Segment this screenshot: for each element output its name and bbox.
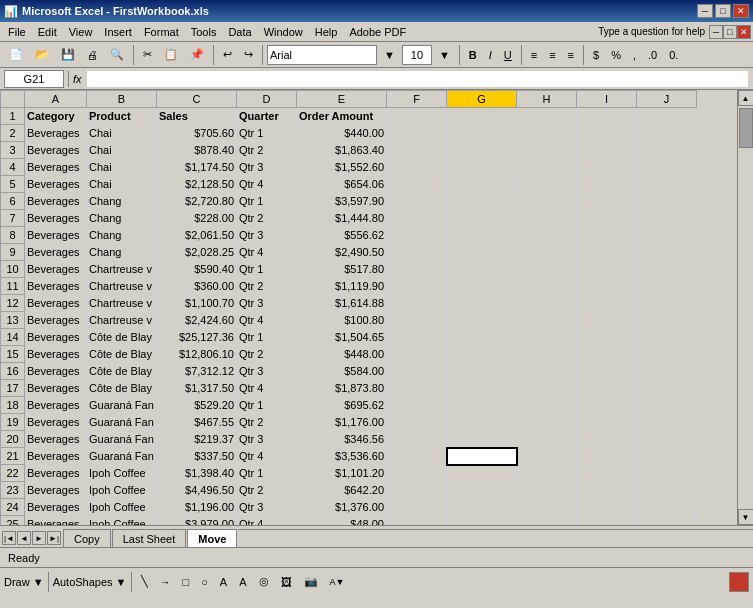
cell-a[interactable]: Beverages [25,448,87,465]
cell-d[interactable]: Qtr 2 [237,278,297,295]
cell-f[interactable] [387,448,447,465]
cell-b[interactable]: Chartreuse v [87,295,157,312]
cell-e[interactable]: $1,176.00 [297,414,387,431]
comma-button[interactable]: , [628,44,641,66]
cell-i[interactable] [577,414,637,431]
cell-g[interactable] [447,176,517,193]
menu-data[interactable]: Data [222,24,257,40]
cell-a[interactable]: Beverages [25,125,87,142]
cell-g[interactable] [447,363,517,380]
cell-b[interactable]: Chai [87,125,157,142]
cell-d[interactable]: Qtr 1 [237,261,297,278]
cell-d[interactable]: Qtr 3 [237,363,297,380]
col-header-i[interactable]: I [577,91,637,108]
cell-d[interactable]: Qtr 4 [237,516,297,526]
diagram-button[interactable]: ◎ [254,571,274,593]
cell-h[interactable] [517,261,577,278]
cell-h[interactable] [517,210,577,227]
cell-c[interactable]: $705.60 [157,125,237,142]
cell-d[interactable]: Qtr 4 [237,176,297,193]
cell-h[interactable] [517,380,577,397]
cell-g[interactable] [447,142,517,159]
cell-a[interactable]: Beverages [25,295,87,312]
cell-a[interactable]: Beverages [25,482,87,499]
cut-button[interactable]: ✂ [138,44,157,66]
cell-d[interactable]: Qtr 1 [237,465,297,482]
col-header-g[interactable]: G [447,91,517,108]
close-button[interactable]: ✕ [733,4,749,18]
cell-c[interactable]: $219.37 [157,431,237,448]
cell-b[interactable]: Chartreuse v [87,312,157,329]
cell-b[interactable]: Côte de Blay [87,346,157,363]
cell-e[interactable]: $3,597.90 [297,193,387,210]
decrease-decimal-button[interactable]: 0. [664,44,683,66]
autoshapes-label[interactable]: AutoShapes ▼ [53,576,127,588]
preview-button[interactable]: 🔍 [105,44,129,66]
cell-j[interactable] [637,482,697,499]
menu-insert[interactable]: Insert [98,24,138,40]
cell-h[interactable] [517,363,577,380]
cell-g[interactable] [447,244,517,261]
cell-a[interactable]: Beverages [25,516,87,526]
cell-b[interactable]: Ipoh Coffee [87,482,157,499]
app-minimize-button[interactable]: ─ [709,25,723,39]
cell-i[interactable] [577,125,637,142]
cell-h[interactable] [517,329,577,346]
cell-c[interactable]: $1,398.40 [157,465,237,482]
percent-button[interactable]: % [606,44,626,66]
cell-f[interactable] [387,482,447,499]
cell-b[interactable]: Guaraná Fan [87,431,157,448]
cell-i[interactable] [577,261,637,278]
cell-d[interactable]: Qtr 3 [237,159,297,176]
cell-e[interactable]: $2,490.50 [297,244,387,261]
cell-a[interactable]: Beverages [25,261,87,278]
cell-j[interactable] [637,414,697,431]
cell-c[interactable]: $7,312.12 [157,363,237,380]
cell-g[interactable] [447,295,517,312]
restore-button[interactable]: □ [715,4,731,18]
fill-color-button[interactable]: A▼ [325,571,350,593]
oval-button[interactable]: ○ [196,571,213,593]
cell-f[interactable] [387,397,447,414]
cell-a[interactable]: Beverages [25,176,87,193]
cell-reference-box[interactable] [4,70,64,88]
cell-g[interactable] [447,397,517,414]
cell-d[interactable]: Qtr 3 [237,295,297,312]
cell-j[interactable] [637,329,697,346]
cell-b[interactable]: Chartreuse v [87,261,157,278]
cell-a[interactable]: Beverages [25,346,87,363]
cell-a[interactable]: Beverages [25,431,87,448]
cell-c[interactable]: $2,128.50 [157,176,237,193]
cell-j[interactable] [637,210,697,227]
cell-f[interactable] [387,380,447,397]
cell-f[interactable] [387,312,447,329]
wordart-button[interactable]: A [234,571,251,593]
cell-e[interactable]: $1,614.88 [297,295,387,312]
cell-b[interactable]: Chai [87,159,157,176]
cell-a[interactable]: Beverages [25,329,87,346]
cell-j[interactable] [637,448,697,465]
cell-a[interactable]: Beverages [25,397,87,414]
cell-i[interactable] [577,482,637,499]
col-header-e[interactable]: E [297,91,387,108]
italic-button[interactable]: I [484,44,497,66]
cell-e[interactable]: $448.00 [297,346,387,363]
menu-adobe-pdf[interactable]: Adobe PDF [343,24,412,40]
cell-c[interactable]: $3,979.00 [157,516,237,526]
close-mini-button[interactable] [729,572,749,592]
cell-f[interactable] [387,295,447,312]
cell-h[interactable] [517,346,577,363]
cell-i[interactable] [577,295,637,312]
col-header-a[interactable]: A [25,91,87,108]
cell-e[interactable]: $1,552.60 [297,159,387,176]
menu-window[interactable]: Window [258,24,309,40]
cell-j[interactable] [637,346,697,363]
col-header-h[interactable]: H [517,91,577,108]
rect-button[interactable]: □ [178,571,195,593]
cell-b[interactable]: Chang [87,244,157,261]
clipart-button[interactable]: 🖼 [276,571,297,593]
cell-e[interactable]: $517.80 [297,261,387,278]
sheet-tab-copy[interactable]: Copy [63,529,111,547]
cell-h[interactable] [517,397,577,414]
cell-a[interactable]: Beverages [25,278,87,295]
